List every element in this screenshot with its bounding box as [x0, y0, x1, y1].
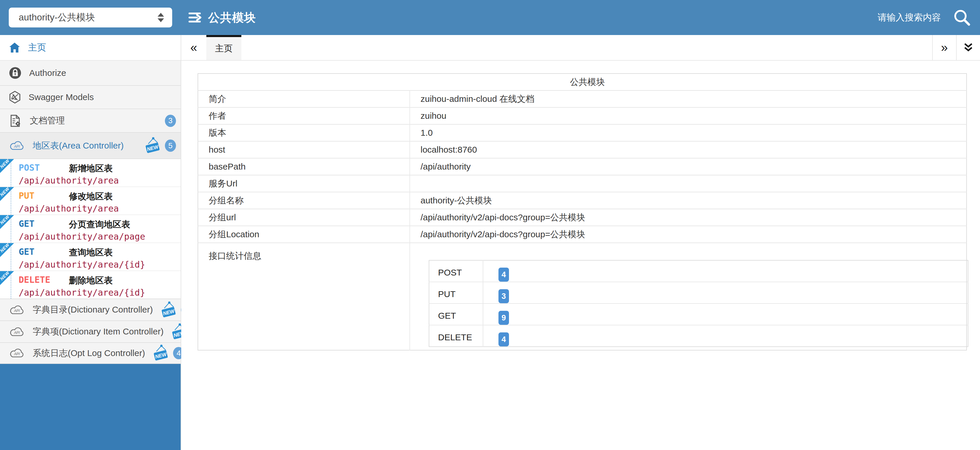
tabs-scroll-right-button[interactable]: » [932, 35, 956, 60]
stats-count-badge: 4 [498, 332, 509, 347]
sidebar-item-label: 地区表(Area Controller) [33, 140, 137, 152]
sidebar-item-doc-manage[interactable]: 文档管理 3 [0, 109, 181, 133]
endpoint-name: 删除地区表 [69, 275, 113, 286]
sidebar-filler [0, 364, 181, 450]
sidebar-item-area-controller[interactable]: API 地区表(Area Controller) NEW [0, 133, 181, 159]
row-value [410, 175, 967, 192]
endpoint-path: /api/authority/area/{id} [19, 288, 145, 298]
search-icon[interactable] [953, 8, 971, 27]
row-value: localhost:8760 [410, 141, 967, 158]
table-row: 分组名称authority-公共模块 [198, 192, 967, 209]
sidebar-item-home[interactable]: 主页 [0, 35, 181, 61]
sidebar-item-label: Swagger Models [29, 92, 181, 102]
stats-count-badge: 4 [498, 268, 509, 281]
sidebar-item-authorize[interactable]: Authorize [0, 61, 181, 86]
count-badge: 3 [165, 115, 176, 127]
sidebar-item-label: 主页 [28, 41, 181, 54]
endpoint-name: 新增地区表 [69, 162, 113, 175]
info-table-title: 公共模块 [198, 73, 967, 91]
sidebar-item-opt-log-controller[interactable]: API 系统日志(Opt Log Controller) NEW [0, 343, 181, 364]
sidebar-item-label: 字典项(Dictionary Item Controller) [33, 326, 164, 338]
api-cloud-icon: API [9, 326, 25, 337]
api-cloud-icon: API [9, 348, 25, 359]
sidebar-item-swagger-models[interactable]: Swagger Models [0, 86, 181, 109]
tabs-scroll-left-button[interactable]: « [181, 35, 206, 60]
select-arrows-icon [158, 13, 164, 22]
row-label: basePath [198, 158, 410, 175]
swagger-bootstrap-ui-app: authority-公共模块 公共模块 请输入搜索内容 [0, 0, 980, 450]
endpoint-item[interactable]: NEW GET查询地区表 /api/authority/area/{id} [0, 243, 181, 271]
endpoint-path: /api/authority/area/{id} [19, 259, 145, 270]
stats-count-badge: 9 [498, 311, 509, 325]
row-value: zuihou [410, 107, 967, 124]
stats-method: PUT [429, 282, 483, 304]
row-label: 分组Location [198, 226, 410, 243]
endpoint-method: DELETE [19, 275, 59, 286]
row-value: /api/authority/v2/api-docs?group=公共模块 [410, 209, 967, 226]
main-area: « 主页 » 公共模块 简介zuihou-admin-cloud 在线文档 作者… [181, 35, 980, 450]
svg-text:API: API [14, 331, 20, 335]
endpoint-item[interactable]: NEW PUT修改地区表 /api/authority/area [0, 187, 181, 215]
count-badge: 5 [165, 140, 176, 152]
api-info-table: 公共模块 简介zuihou-admin-cloud 在线文档 作者zuihou … [197, 73, 967, 350]
new-sign-icon: NEW [145, 137, 161, 154]
endpoint-method: GET [19, 246, 59, 259]
table-row: 分组url/api/authority/v2/api-docs?group=公共… [198, 209, 967, 226]
sidebar: 主页 Authorize [0, 35, 181, 450]
endpoint-item[interactable]: NEW GET分页查询地区表 /api/authority/area/page [0, 215, 181, 243]
row-value: authority-公共模块 [410, 192, 967, 209]
table-row: 版本1.0 [198, 124, 967, 141]
tabs-collapse-all-button[interactable] [956, 35, 980, 60]
row-value: zuihou-admin-cloud 在线文档 [410, 91, 967, 107]
stats-row: POST4 [429, 260, 968, 282]
sidebar-item-dictionary-controller[interactable]: API 字典目录(Dictionary Controller) NEW [0, 299, 181, 321]
endpoint-name: 分页查询地区表 [69, 219, 130, 231]
row-value: 1.0 [410, 124, 967, 141]
table-row: 简介zuihou-admin-cloud 在线文档 [198, 91, 967, 107]
method-stats-table: POST4 PUT3 GET9 DELETE4 [429, 260, 968, 347]
home-icon [9, 42, 21, 53]
api-group-select[interactable]: authority-公共模块 [9, 8, 172, 27]
row-label: 版本 [198, 124, 410, 141]
endpoint-list: NEW POST新增地区表 /api/authority/area NEW PU… [0, 159, 181, 299]
table-row: 服务Url [198, 175, 967, 192]
stats-cell: POST4 PUT3 GET9 DELETE4 [410, 243, 967, 350]
endpoint-name: 查询地区表 [69, 246, 113, 259]
align-arrow-icon [188, 11, 204, 24]
endpoint-path: /api/authority/area/page [19, 231, 145, 242]
row-label: 简介 [198, 91, 410, 107]
endpoint-method: POST [19, 162, 59, 175]
models-hexagon-icon [9, 91, 21, 103]
tab-bar: « 主页 » [181, 35, 980, 61]
row-label: 作者 [198, 107, 410, 124]
top-header: authority-公共模块 公共模块 请输入搜索内容 [0, 0, 980, 35]
endpoint-path: /api/authority/area [19, 175, 119, 186]
stats-row: GET9 [429, 304, 968, 325]
svg-text:API: API [14, 145, 20, 148]
endpoint-path: /api/authority/area [19, 204, 119, 214]
endpoint-item[interactable]: NEW DELETE删除地区表 /api/authority/area/{id} [0, 271, 181, 299]
stats-row: DELETE4 [429, 325, 968, 347]
tab-home[interactable]: 主页 [206, 35, 241, 60]
stats-method: DELETE [429, 325, 483, 347]
endpoint-method: PUT [19, 191, 59, 202]
sidebar-item-label: 字典目录(Dictionary Controller) [33, 304, 153, 316]
stats-count-badge: 3 [498, 289, 509, 303]
page-title: 公共模块 [208, 10, 256, 26]
api-cloud-icon: API [9, 304, 25, 315]
endpoint-method: GET [19, 219, 59, 231]
lock-icon [9, 67, 22, 80]
endpoint-item[interactable]: NEW POST新增地区表 /api/authority/area [0, 159, 181, 187]
svg-text:API: API [14, 352, 20, 356]
table-row: 分组Location/api/authority/v2/api-docs?gro… [198, 226, 967, 243]
row-label: 接口统计信息 [198, 243, 410, 350]
api-group-selected-value: authority-公共模块 [19, 11, 158, 24]
row-label: host [198, 141, 410, 158]
search-input[interactable]: 请输入搜索内容 [878, 11, 941, 24]
row-value: /api/authority/v2/api-docs?group=公共模块 [410, 226, 967, 243]
row-value: /api/authority [410, 158, 967, 175]
new-sign-icon: NEW [153, 344, 169, 362]
svg-text:API: API [14, 309, 20, 313]
sidebar-item-dictionary-item-controller[interactable]: API 字典项(Dictionary Item Controller) NEW [0, 321, 181, 343]
table-row: 作者zuihou [198, 107, 967, 124]
